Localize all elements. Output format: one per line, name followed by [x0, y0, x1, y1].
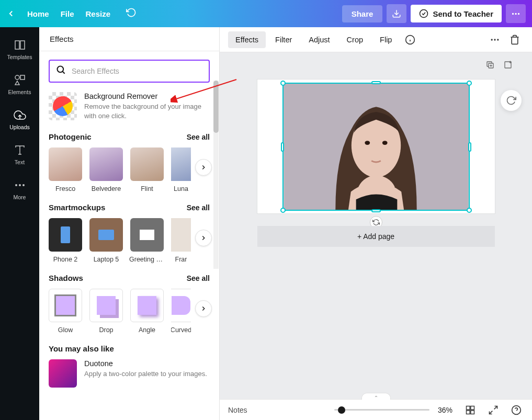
canvas-toolbar: Effects Filter Adjust Crop Flip [220, 27, 532, 52]
filter-luna[interactable]: Luna [171, 147, 191, 192]
shadow-glow[interactable]: Glow [49, 289, 82, 334]
file-menu[interactable]: File [61, 9, 74, 18]
effects-panel: Effects Background Remover Remove the ba… [39, 27, 220, 420]
resize-handle[interactable] [468, 142, 471, 152]
tab-flip[interactable]: Flip [372, 31, 399, 48]
feature-desc: Remove the background of your image with… [84, 102, 210, 121]
svg-point-11 [19, 184, 21, 186]
svg-marker-6 [15, 81, 19, 85]
resize-handle[interactable] [371, 81, 381, 84]
canvas-viewport[interactable]: + Add page [220, 52, 532, 399]
search-box[interactable] [49, 60, 210, 83]
nav-uploads[interactable]: Uploads [0, 103, 39, 137]
share-button[interactable]: Share [342, 5, 383, 22]
add-page-button[interactable] [502, 59, 514, 71]
filter-fresco[interactable]: Fresco [49, 147, 82, 192]
grid-view-button[interactable] [463, 403, 478, 417]
add-page-label: + Add page [357, 232, 394, 241]
canvas-area: Effects Filter Adjust Crop Flip [220, 27, 532, 420]
tab-effects[interactable]: Effects [228, 31, 266, 48]
home-link[interactable]: Home [27, 9, 49, 18]
filter-belvedere[interactable]: Belvedere [89, 147, 123, 192]
mockup-card[interactable]: Greeting car... [130, 218, 164, 263]
selected-image[interactable] [282, 83, 470, 211]
shadow-drop[interactable]: Drop [89, 289, 123, 334]
mockup-frame[interactable]: Frar [171, 218, 191, 263]
carousel-next-button[interactable] [195, 300, 212, 317]
delete-button[interactable] [506, 31, 524, 49]
page-actions [484, 59, 514, 71]
mockup-phone[interactable]: Phone 2 [49, 218, 82, 263]
see-all-link[interactable]: See all [187, 203, 210, 212]
download-button[interactable] [387, 4, 406, 23]
notes-button[interactable]: Notes [228, 406, 247, 414]
filter-flint[interactable]: Flint [130, 147, 164, 192]
svg-rect-33 [467, 410, 470, 414]
add-page-bar[interactable]: + Add page [257, 226, 495, 247]
svg-point-30 [382, 141, 387, 145]
tab-filter[interactable]: Filter [268, 31, 299, 48]
resize-handle[interactable] [467, 208, 472, 213]
send-to-teacher-button[interactable]: Send to Teacher [411, 5, 502, 22]
carousel-next-button[interactable] [195, 159, 212, 176]
more-menu-button[interactable]: ··· [506, 4, 526, 23]
portrait-image [284, 84, 469, 210]
section-title: Photogenic [49, 132, 92, 141]
shadow-angle[interactable]: Angle [130, 289, 164, 334]
smartmockups-row: Phone 2 Laptop 5 Greeting car... Frar [49, 218, 210, 263]
svg-line-36 [490, 411, 493, 414]
svg-point-29 [365, 141, 370, 145]
shadow-curved[interactable]: Curved [171, 289, 191, 334]
svg-point-20 [497, 39, 499, 40]
svg-rect-31 [467, 406, 470, 410]
search-input[interactable] [72, 67, 202, 75]
duotone-item[interactable]: Duotone Apply a two-color palette to you… [49, 359, 210, 388]
svg-point-1 [420, 10, 428, 18]
svg-rect-34 [471, 410, 474, 414]
duplicate-page-button[interactable] [484, 59, 496, 71]
resize-handle[interactable] [280, 81, 286, 86]
shadows-row: Glow Drop Angle Curved [49, 289, 210, 334]
see-all-link[interactable]: See all [187, 274, 210, 282]
tab-crop[interactable]: Crop [339, 31, 370, 48]
info-button[interactable] [401, 31, 419, 49]
background-remover-item[interactable]: Background Remover Remove the background… [49, 92, 210, 121]
reset-button[interactable] [501, 90, 522, 111]
svg-line-14 [63, 72, 65, 74]
photogenic-header: Photogenic See all [49, 132, 210, 141]
nav-more[interactable]: More [0, 173, 39, 207]
zoom-slider[interactable] [334, 409, 429, 411]
nav-templates[interactable]: Templates [0, 32, 39, 66]
collapse-handle[interactable] [361, 393, 391, 400]
undo-button[interactable] [126, 7, 137, 20]
svg-point-4 [15, 75, 19, 80]
shadows-header: Shadows See all [49, 274, 210, 282]
design-page[interactable] [257, 80, 495, 213]
back-button[interactable] [6, 9, 16, 18]
nav-label: Uploads [9, 124, 30, 130]
toolbar-more-button[interactable] [486, 31, 504, 49]
resize-menu[interactable]: Resize [86, 9, 111, 18]
resize-handle[interactable] [467, 81, 472, 86]
resize-handle[interactable] [371, 209, 381, 212]
tab-adjust[interactable]: Adjust [301, 31, 337, 48]
nav-elements[interactable]: Elements [0, 67, 39, 101]
nav-text[interactable]: Text [0, 138, 39, 172]
resize-handle[interactable] [281, 142, 284, 152]
panel-scrollbar[interactable] [213, 81, 219, 269]
help-button[interactable] [509, 403, 524, 417]
svg-point-12 [22, 184, 25, 186]
nav-label: Templates [7, 54, 32, 60]
section-title: Shadows [49, 274, 83, 282]
svg-point-19 [494, 39, 495, 40]
resize-handle[interactable] [280, 208, 286, 213]
see-all-link[interactable]: See all [187, 133, 210, 141]
zoom-label[interactable]: 36% [438, 406, 452, 414]
carousel-next-button[interactable] [195, 230, 212, 246]
svg-point-13 [58, 66, 64, 73]
fullscreen-button[interactable] [486, 403, 501, 417]
mockup-laptop[interactable]: Laptop 5 [89, 218, 123, 263]
feature-desc: Apply a two-color palette to your images… [84, 369, 207, 379]
panel-content: Background Remover Remove the background… [39, 51, 219, 420]
svg-point-18 [491, 39, 493, 40]
